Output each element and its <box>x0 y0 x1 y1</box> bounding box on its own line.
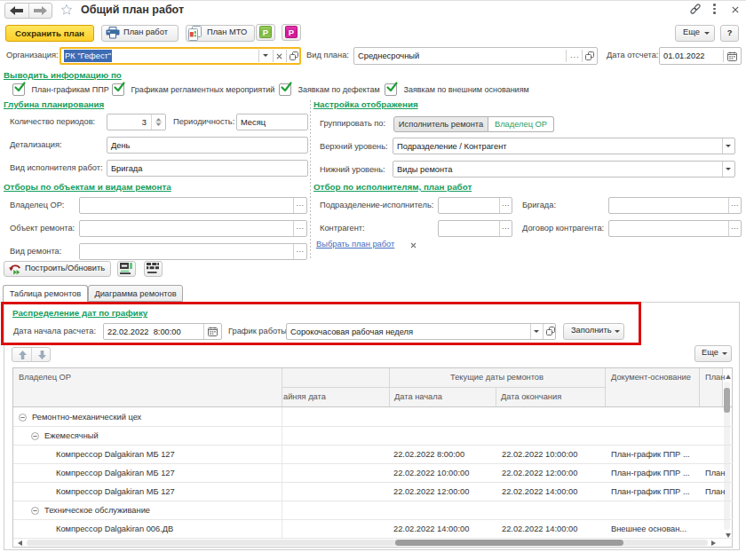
svg-text:P: P <box>289 28 295 37</box>
svg-text:P: P <box>263 28 269 37</box>
